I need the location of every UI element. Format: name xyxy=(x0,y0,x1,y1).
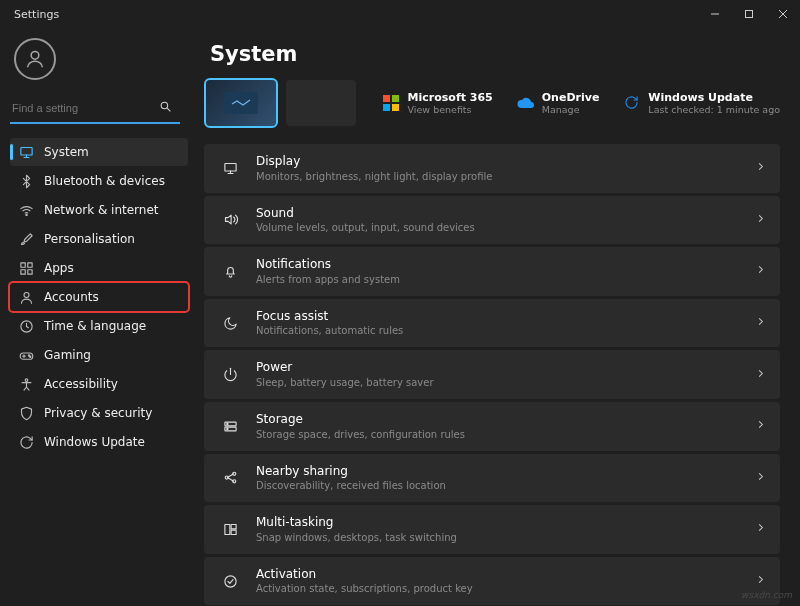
window-controls xyxy=(698,0,800,28)
clock-globe-icon xyxy=(18,318,34,334)
sidebar-item-time-language[interactable]: Time & language xyxy=(10,312,188,340)
sidebar-item-label: Privacy & security xyxy=(44,406,152,420)
share-icon xyxy=(220,468,240,488)
card-title: Activation xyxy=(256,567,739,583)
card-subtitle: Alerts from apps and system xyxy=(256,273,739,286)
sidebar-item-gaming[interactable]: Gaming xyxy=(10,341,188,369)
card-subtitle: Activation state, subscriptions, product… xyxy=(256,582,739,595)
setting-card-storage[interactable]: Storage Storage space, drives, configura… xyxy=(204,402,780,451)
sidebar-item-label: Accessibility xyxy=(44,377,118,391)
onedrive-icon xyxy=(515,93,535,113)
chevron-right-icon xyxy=(755,316,766,330)
sound-icon xyxy=(220,210,240,230)
svg-rect-41 xyxy=(231,524,236,528)
sidebar-item-windows-update[interactable]: Windows Update xyxy=(10,428,188,456)
card-title: Multi-tasking xyxy=(256,515,739,531)
sidebar-item-network-internet[interactable]: Network & internet xyxy=(10,196,188,224)
setting-card-nearby-sharing[interactable]: Nearby sharing Discoverability, received… xyxy=(204,454,780,503)
svg-point-21 xyxy=(29,356,30,357)
card-subtitle: Notifications, automatic rules xyxy=(256,324,739,337)
header-card-microsoft-[interactable]: Microsoft 365 View benefits xyxy=(381,91,493,116)
header-row: Microsoft 365 View benefits OneDrive Man… xyxy=(204,80,780,126)
svg-rect-13 xyxy=(20,269,24,273)
setting-card-activation[interactable]: Activation Activation state, subscriptio… xyxy=(204,557,780,606)
setting-card-sound[interactable]: Sound Volume levels, output, input, soun… xyxy=(204,196,780,245)
sidebar: System Bluetooth & devices Network & int… xyxy=(0,28,194,606)
sidebar-item-label: Gaming xyxy=(44,348,91,362)
chevron-right-icon xyxy=(755,419,766,433)
avatar[interactable] xyxy=(14,38,56,80)
check-icon xyxy=(220,571,240,591)
chevron-right-icon xyxy=(755,368,766,382)
sidebar-item-system[interactable]: System xyxy=(10,138,188,166)
sidebar-item-privacy-security[interactable]: Privacy & security xyxy=(10,399,188,427)
sidebar-item-label: Bluetooth & devices xyxy=(44,174,165,188)
svg-rect-14 xyxy=(27,269,31,273)
svg-rect-28 xyxy=(224,163,235,171)
sidebar-item-label: Time & language xyxy=(44,319,146,333)
card-subtitle: Storage space, drives, configuration rul… xyxy=(256,428,739,441)
power-icon xyxy=(220,365,240,385)
moon-icon xyxy=(220,313,240,333)
card-title: Display xyxy=(256,154,739,170)
svg-point-4 xyxy=(31,51,39,59)
setting-card-focus-assist[interactable]: Focus assist Notifications, automatic ru… xyxy=(204,299,780,348)
shield-icon xyxy=(18,405,34,421)
svg-rect-11 xyxy=(20,262,24,266)
chevron-right-icon xyxy=(755,471,766,485)
sidebar-item-accounts[interactable]: Accounts xyxy=(10,283,188,311)
svg-point-43 xyxy=(224,575,235,586)
header-card-subtitle: View benefits xyxy=(408,104,493,115)
storage-icon xyxy=(220,416,240,436)
bluetooth-icon xyxy=(18,173,34,189)
desktop-thumbnail-1[interactable] xyxy=(206,80,276,126)
setting-card-notifications[interactable]: Notifications Alerts from apps and syste… xyxy=(204,247,780,296)
sidebar-item-label: Network & internet xyxy=(44,203,159,217)
close-button[interactable] xyxy=(766,0,800,28)
header-card-onedrive[interactable]: OneDrive Manage xyxy=(515,91,600,116)
sidebar-item-personalisation[interactable]: Personalisation xyxy=(10,225,188,253)
setting-card-multi-tasking[interactable]: Multi-tasking Snap windows, desktops, ta… xyxy=(204,505,780,554)
search-field[interactable] xyxy=(10,96,180,124)
update-icon xyxy=(621,93,641,113)
header-card-windows-update[interactable]: Windows Update Last checked: 1 minute ag… xyxy=(621,91,780,116)
update-icon xyxy=(18,434,34,450)
window-title: Settings xyxy=(14,8,59,21)
chevron-right-icon xyxy=(755,213,766,227)
settings-list: Display Monitors, brightness, night ligh… xyxy=(204,144,780,606)
sidebar-item-bluetooth-devices[interactable]: Bluetooth & devices xyxy=(10,167,188,195)
apps-icon xyxy=(18,260,34,276)
desktop-thumbnail-2[interactable] xyxy=(286,80,356,126)
chevron-right-icon xyxy=(755,264,766,278)
search-input[interactable] xyxy=(12,102,152,114)
svg-point-39 xyxy=(232,480,235,483)
minimize-button[interactable] xyxy=(698,0,732,28)
svg-rect-42 xyxy=(231,530,236,534)
sidebar-item-apps[interactable]: Apps xyxy=(10,254,188,282)
content-area: System Microsoft 365 View benefits OneDr… xyxy=(194,28,800,606)
card-title: Nearby sharing xyxy=(256,464,739,480)
maximize-button[interactable] xyxy=(732,0,766,28)
card-title: Focus assist xyxy=(256,309,739,325)
svg-rect-27 xyxy=(392,104,399,111)
svg-rect-25 xyxy=(392,95,399,102)
chevron-right-icon xyxy=(755,161,766,175)
page-title: System xyxy=(210,42,780,66)
setting-card-display[interactable]: Display Monitors, brightness, night ligh… xyxy=(204,144,780,193)
wifi-icon xyxy=(18,202,34,218)
sidebar-item-accessibility[interactable]: Accessibility xyxy=(10,370,188,398)
chevron-right-icon xyxy=(755,522,766,536)
person-icon xyxy=(18,289,34,305)
svg-rect-26 xyxy=(383,104,390,111)
card-subtitle: Monitors, brightness, night light, displ… xyxy=(256,170,739,183)
accessibility-icon xyxy=(18,376,34,392)
setting-card-power[interactable]: Power Sleep, battery usage, battery save… xyxy=(204,350,780,399)
card-title: Notifications xyxy=(256,257,739,273)
sidebar-item-label: Windows Update xyxy=(44,435,145,449)
chevron-right-icon xyxy=(755,574,766,588)
header-card-title: Windows Update xyxy=(648,91,780,104)
bell-icon xyxy=(220,261,240,281)
svg-marker-31 xyxy=(225,216,231,225)
sidebar-item-label: System xyxy=(44,145,89,159)
svg-point-35 xyxy=(226,423,227,424)
